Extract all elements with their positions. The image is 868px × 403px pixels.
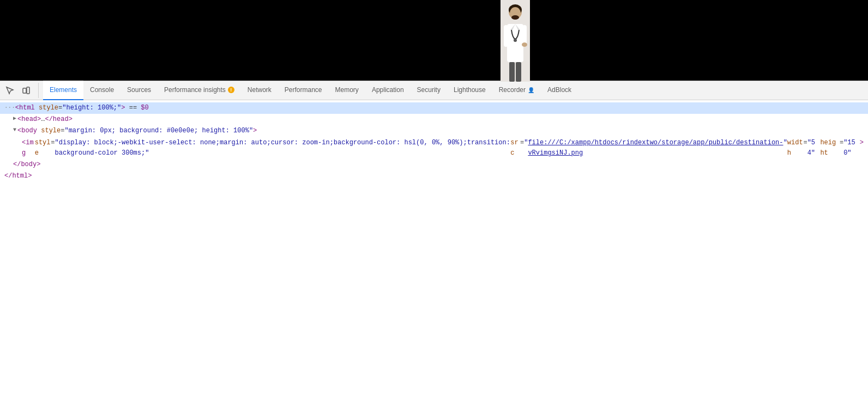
inspect-element-button[interactable] — [2, 83, 17, 98]
html-body-open-line[interactable]: <body style="margin: 0px; background: #0… — [0, 125, 868, 137]
tab-elements[interactable]: Elements — [43, 81, 83, 100]
tab-sources[interactable]: Sources — [120, 81, 158, 100]
tab-adblock[interactable]: AdBlock — [541, 81, 578, 100]
html-close-line[interactable]: </html> — [0, 170, 868, 182]
svg-point-11 — [522, 42, 527, 47]
svg-point-4 — [511, 15, 519, 20]
svg-rect-9 — [504, 25, 508, 47]
tab-memory[interactable]: Memory — [329, 81, 365, 100]
svg-point-8 — [514, 39, 517, 42]
tab-security[interactable]: Security — [411, 81, 447, 100]
html-head-line[interactable]: <head> … </head> — [0, 114, 868, 125]
devtools-tabs: Elements Console Sources Performance ins… — [43, 81, 866, 100]
img-src-link[interactable]: file:///C:/xampp/htdocs/rindextwo/storag… — [528, 138, 783, 158]
tab-lighthouse[interactable]: Lighthouse — [447, 81, 492, 100]
tab-application[interactable]: Application — [365, 81, 411, 100]
html-root-line[interactable]: ··· <html style="height: 100%;" > == $0 — [0, 102, 868, 114]
tab-performance[interactable]: Performance — [278, 81, 329, 100]
svg-rect-5 — [507, 24, 523, 62]
browser-preview — [0, 0, 868, 81]
svg-rect-13 — [516, 62, 521, 82]
recorder-person-icon: 👤 — [528, 87, 534, 93]
html-img-line[interactable]: <img style="display: block;-webkit-user-… — [0, 137, 868, 159]
body-expand-arrow[interactable] — [13, 126, 16, 135]
preview-image-container — [501, 0, 530, 82]
svg-rect-15 — [27, 87, 29, 94]
tab-console[interactable]: Console — [83, 81, 120, 100]
toolbar-icons — [2, 83, 39, 98]
doctor-image — [501, 0, 530, 82]
tab-recorder[interactable]: Recorder 👤 — [492, 81, 541, 100]
elements-panel: ··· <html style="height: 100%;" > == $0 … — [0, 100, 868, 184]
html-body-close-line[interactable]: </body> — [0, 159, 868, 170]
head-expand-arrow[interactable] — [13, 114, 16, 123]
devtools-toolbar: Elements Console Sources Performance ins… — [0, 81, 868, 100]
svg-rect-14 — [23, 88, 26, 93]
performance-insights-icon: ! — [228, 87, 234, 93]
device-toggle-button[interactable] — [19, 83, 34, 98]
tab-network[interactable]: Network — [241, 81, 278, 100]
svg-rect-12 — [509, 62, 515, 82]
tab-performance-insights[interactable]: Performance insights ! — [158, 81, 241, 100]
